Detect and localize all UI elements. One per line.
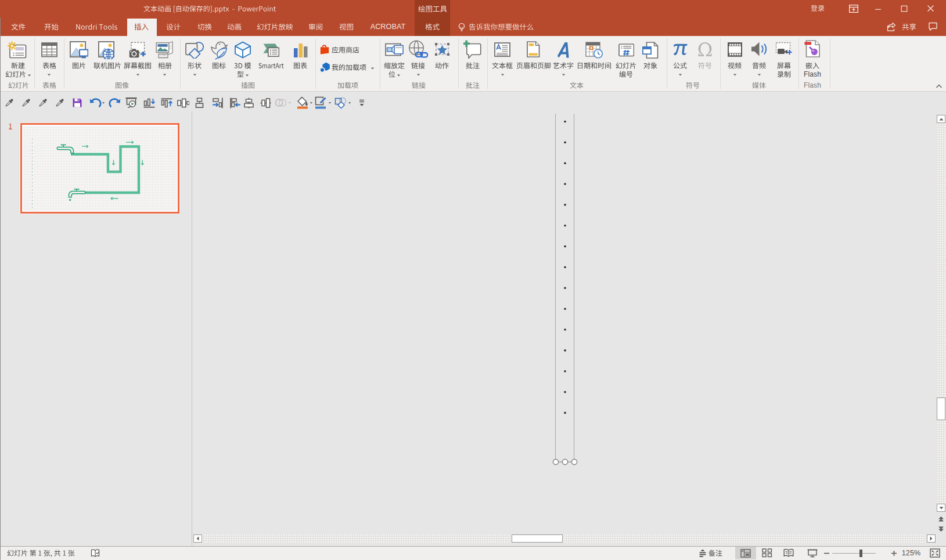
- symbol-button-label: [698, 62, 713, 69]
- tab-acrobat[interactable]: ACROBAT: [371, 23, 406, 31]
- shapes-icon: [185, 41, 204, 59]
- ribbon-group-separator: [315, 38, 316, 89]
- share-button[interactable]: [902, 23, 918, 31]
- selection-right-edge[interactable]: [574, 114, 574, 459]
- dropdown-caret-icon: [136, 74, 140, 76]
- chart-button-label: [293, 62, 308, 69]
- align-middle-icon[interactable]: [260, 97, 271, 109]
- notes-button[interactable]: [708, 550, 724, 557]
- tab-animations[interactable]: [227, 23, 243, 31]
- distribute-vertical-icon[interactable]: [194, 97, 205, 109]
- dropdown-caret-icon: [193, 74, 197, 76]
- align-top-icon[interactable]: [161, 97, 172, 109]
- selection-left-edge[interactable]: [555, 114, 556, 459]
- align-left-icon[interactable]: [230, 97, 241, 109]
- slide-number-button-label: [616, 62, 638, 69]
- icons-button-label: [212, 62, 227, 69]
- textbox-button-label: [492, 62, 514, 69]
- text-glyphs: [72, 62, 86, 69]
- slide-sorter-icon[interactable]: [762, 548, 772, 558]
- fit-to-window-icon[interactable]: [930, 548, 940, 558]
- action-icon: [434, 42, 450, 56]
- align-center-icon[interactable]: [243, 97, 254, 109]
- tab-transitions[interactable]: [197, 23, 213, 31]
- smartart-icon: [263, 43, 279, 57]
- icons-icon: [210, 41, 228, 60]
- hscroll-thumb[interactable]: [512, 534, 563, 543]
- next-slide-button[interactable]: [938, 526, 944, 532]
- shape-fill-icon[interactable]: [297, 96, 308, 109]
- horizontal-scrollbar: [192, 534, 937, 543]
- eyedropper-icon[interactable]: [4, 97, 15, 108]
- tab-slideshow[interactable]: [257, 23, 294, 31]
- tab-view[interactable]: [339, 23, 355, 31]
- shape-outline-icon[interactable]: [315, 96, 326, 109]
- vscroll-up-arrow-icon: [939, 118, 944, 121]
- align-bottom-icon[interactable]: [143, 97, 155, 109]
- maximize-icon[interactable]: [901, 5, 908, 12]
- sign-in-button[interactable]: [811, 5, 826, 12]
- tell-me-box[interactable]: [469, 23, 535, 31]
- text-glyphs: [553, 62, 574, 69]
- eyedropper-icon[interactable]: [21, 97, 31, 108]
- tab-file[interactable]: [11, 23, 27, 31]
- tab-review[interactable]: [308, 23, 324, 31]
- collapse-ribbon-icon[interactable]: [936, 84, 943, 88]
- selected-dotted-line-object[interactable]: [562, 120, 568, 416]
- zoom-button-label2: [389, 71, 397, 78]
- zoom-level[interactable]: 125%: [902, 549, 920, 557]
- undo-icon[interactable]: [89, 97, 102, 109]
- spell-check-icon[interactable]: [91, 549, 100, 558]
- vscroll-thumb[interactable]: [937, 398, 945, 420]
- new-slide-button-label2: [5, 71, 27, 78]
- tab-home[interactable]: [44, 23, 60, 31]
- text-glyphs: [212, 62, 226, 69]
- object-icon: [642, 42, 659, 59]
- link-button-label: [411, 62, 426, 69]
- ribbon-display-options-icon[interactable]: [849, 5, 858, 13]
- normal-view-icon[interactable]: [740, 549, 751, 558]
- align-right-icon[interactable]: [212, 97, 223, 109]
- text-glyphs: [435, 62, 449, 69]
- text-glyphs: [811, 5, 825, 12]
- text-glyphs: [418, 5, 447, 13]
- slide-show-icon[interactable]: [125, 97, 137, 109]
- tab-insert[interactable]: [134, 23, 150, 31]
- slide-number: [8, 122, 14, 131]
- zoom-slider-track[interactable]: [832, 553, 876, 554]
- customize-qat-icon[interactable]: [358, 98, 365, 107]
- equation-button-label: [673, 62, 688, 69]
- minimize-icon[interactable]: [875, 6, 882, 13]
- notes-icon[interactable]: [699, 549, 706, 557]
- save-icon[interactable]: [72, 97, 82, 108]
- tab-design[interactable]: [166, 23, 182, 31]
- embed-flash-button-label: [805, 62, 821, 69]
- selection-handles[interactable]: [552, 458, 578, 466]
- shape-effects-icon[interactable]: [334, 97, 347, 109]
- merge-shapes-icon[interactable]: [275, 97, 287, 108]
- tab-nordri[interactable]: [75, 23, 118, 31]
- zoom-slider-thumb[interactable]: [859, 550, 862, 557]
- distribute-horizontal-icon[interactable]: [177, 97, 189, 109]
- comments-icon[interactable]: [928, 22, 938, 32]
- eyedropper-icon[interactable]: [55, 97, 65, 108]
- my-addins-icon: [320, 62, 330, 73]
- zoom-out-button[interactable]: [823, 550, 830, 557]
- wordart-button-label: [553, 62, 575, 69]
- redo-icon[interactable]: [109, 97, 121, 109]
- vscroll-track[interactable]: [937, 123, 946, 504]
- text-glyphs: [466, 62, 480, 69]
- previous-slide-button[interactable]: [938, 516, 944, 522]
- close-icon[interactable]: [927, 5, 934, 12]
- 3d-models-button-label: [234, 62, 253, 69]
- tab-format[interactable]: [425, 23, 441, 31]
- slide-show-view-icon[interactable]: [807, 549, 818, 558]
- reading-view-icon[interactable]: [783, 548, 794, 558]
- wordart-icon: [557, 42, 570, 59]
- eyedropper-icon[interactable]: [38, 97, 48, 108]
- online-pictures-button-label: [93, 62, 123, 69]
- zoom-in-button[interactable]: [891, 550, 897, 557]
- smartart-button-label: [258, 62, 285, 69]
- text-glyphs: [708, 550, 722, 557]
- text-glyphs: [44, 23, 59, 31]
